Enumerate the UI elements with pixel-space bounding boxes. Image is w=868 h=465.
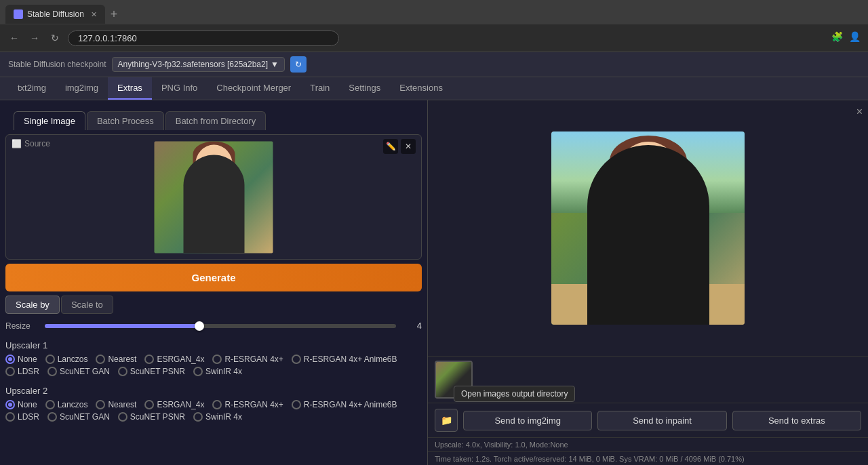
upscaler2-r-esrgan4x-anime6b-radio[interactable] (292, 400, 301, 409)
folder-tooltip: Open images output directory (454, 386, 575, 402)
back-btn[interactable]: ← (7, 33, 22, 43)
upscaler1-options-row2: LDSR ScuNET GAN ScuNET PSNR SwinIR 4x (5, 367, 422, 376)
upscaler2-esrgan4x-radio[interactable] (144, 400, 154, 409)
tab-close-btn[interactable]: ✕ (91, 10, 97, 19)
extensions-icon[interactable]: 🧩 (830, 31, 844, 45)
upscaler2-lanczos-radio[interactable] (45, 400, 55, 409)
upscaler1-swinir-4x-radio[interactable] (193, 367, 203, 376)
open-folder-btn[interactable]: 📁 (435, 409, 458, 432)
url-input[interactable]: 127.0.0.1:7860 (68, 31, 339, 46)
forward-btn[interactable]: → (27, 33, 42, 43)
upscaler2-scunet-psnr-radio[interactable] (118, 412, 127, 422)
upscaler1-scunet-gan-radio[interactable] (47, 367, 57, 376)
upscaler1-swinir-4x[interactable]: SwinIR 4x (193, 367, 242, 376)
upscaler2-nearest[interactable]: Nearest (96, 400, 136, 409)
uploaded-image (155, 141, 273, 253)
new-tab-button[interactable]: + (105, 7, 123, 22)
active-tab[interactable]: Stable Diffusion ✕ (5, 5, 105, 24)
upscaler2-swinir-4x[interactable]: SwinIR 4x (193, 412, 242, 422)
sub-tab-single-image[interactable]: Single Image (14, 111, 85, 130)
upscaler1-section: Upscaler 1 None Lanczos Nearest (5, 338, 422, 379)
upscaler1-none-radio[interactable] (5, 355, 15, 364)
generate-button[interactable]: Generate (5, 264, 422, 291)
status-text: Upscale: 4.0x, Visibility: 1.0, Mode:Non… (435, 441, 568, 449)
upscaler1-none[interactable]: None (5, 355, 37, 364)
tab-pnginfo[interactable]: PNG Info (152, 77, 207, 100)
upscaler2-esrgan4x[interactable]: ESRGAN_4x (144, 400, 204, 409)
upscaler1-ldsr-label: LDSR (18, 367, 39, 376)
address-bar: ← → ↻ 127.0.0.1:7860 🧩 👤 (0, 24, 868, 52)
upscaler2-r-esrgan4x-radio[interactable] (212, 400, 222, 409)
upscaler1-scunet-gan-label: ScuNET GAN (60, 367, 110, 376)
anime-figure (183, 155, 244, 253)
checkpoint-refresh-btn[interactable]: ↻ (290, 56, 307, 73)
upscaler1-r-esrgan4x-anime6b-radio[interactable] (292, 355, 301, 364)
folder-icon: 📁 (441, 415, 452, 426)
profile-icon[interactable]: 👤 (848, 31, 861, 45)
clear-image-btn[interactable]: ✕ (401, 139, 416, 154)
tab-checkpoint-merger[interactable]: Checkpoint Merger (207, 77, 300, 100)
scale-by-tab[interactable]: Scale by (5, 296, 60, 314)
send-to-extras-btn[interactable]: Send to extras (732, 411, 861, 430)
tab-img2img[interactable]: img2img (56, 77, 108, 100)
content-area: Single Image Batch Process Batch from Di… (0, 100, 868, 465)
upscaler2-scunet-psnr[interactable]: ScuNET PSNR (118, 412, 185, 422)
tab-favicon (14, 9, 23, 19)
tab-extras[interactable]: Extras (108, 77, 152, 100)
upscaler1-scunet-psnr-radio[interactable] (118, 367, 127, 376)
edit-image-btn[interactable]: ✏️ (383, 139, 398, 154)
upscaler2-scunet-gan-radio[interactable] (47, 412, 57, 422)
scale-tabs: Scale by Scale to (5, 296, 422, 314)
upscaler2-ldsr-radio[interactable] (5, 412, 15, 422)
upscaler2-scunet-gan[interactable]: ScuNET GAN (47, 412, 110, 422)
output-anime-figure (587, 145, 709, 325)
upscaler1-lanczos[interactable]: Lanczos (45, 355, 88, 364)
upscaler1-esrgan4x-radio[interactable] (144, 355, 154, 364)
upscaler2-ldsr[interactable]: LDSR (5, 412, 39, 422)
sub-tab-batch-process[interactable]: Batch Process (87, 111, 164, 130)
upscaler1-scunet-psnr-label: ScuNET PSNR (130, 367, 185, 376)
upscaler1-r-esrgan4x-label: R-ESRGAN 4x+ (224, 355, 283, 364)
upscaler2-nearest-radio[interactable] (96, 400, 105, 409)
upscaler2-r-esrgan4x-anime6b-label: R-ESRGAN 4x+ Anime6B (304, 400, 397, 409)
scale-to-tab[interactable]: Scale to (61, 296, 113, 314)
upscaler2-r-esrgan4x[interactable]: R-ESRGAN 4x+ (212, 400, 283, 409)
resize-slider-track[interactable] (45, 324, 396, 328)
send-to-inpaint-btn[interactable]: Send to inpaint (597, 411, 726, 430)
upscaler1-scunet-gan[interactable]: ScuNET GAN (47, 367, 110, 376)
send-to-img2img-btn[interactable]: Send to img2img (463, 411, 592, 430)
upscaler1-r-esrgan4x-anime6b[interactable]: R-ESRGAN 4x+ Anime6B (292, 355, 397, 364)
upscaler1-r-esrgan4x[interactable]: R-ESRGAN 4x+ (212, 355, 283, 364)
upscaler2-esrgan4x-label: ESRGAN_4x (157, 400, 204, 409)
upscaler2-lanczos[interactable]: Lanczos (45, 400, 88, 409)
sub-tabs: Single Image Batch Process Batch from Di… (5, 106, 422, 130)
upscaler2-none-label: None (18, 400, 37, 409)
checkpoint-select[interactable]: Anything-V3-fp32.safetensors [625a2ba2] … (112, 57, 285, 72)
upscaler1-esrgan4x[interactable]: ESRGAN_4x (144, 355, 204, 364)
upscaler2-none-radio[interactable] (5, 400, 15, 409)
upscaler1-lanczos-label: Lanczos (58, 355, 88, 364)
upscaler2-lanczos-label: Lanczos (58, 400, 88, 409)
output-image (551, 132, 745, 325)
tab-train[interactable]: Train (300, 77, 339, 100)
upscaler1-nearest-label: Nearest (108, 355, 136, 364)
upscaler2-r-esrgan4x-anime6b[interactable]: R-ESRGAN 4x+ Anime6B (292, 400, 397, 409)
upscaler1-nearest[interactable]: Nearest (96, 355, 136, 364)
upscaler1-nearest-radio[interactable] (96, 355, 105, 364)
upscaler1-r-esrgan4x-radio[interactable] (212, 355, 222, 364)
image-upload-area[interactable]: ⬜ Source ✏️ ✕ (5, 134, 422, 260)
resize-slider-thumb[interactable] (195, 321, 204, 331)
upscaler1-lanczos-radio[interactable] (45, 355, 55, 364)
source-label: ⬜ Source (12, 139, 50, 148)
tab-txt2img[interactable]: txt2img (8, 77, 56, 100)
tab-settings[interactable]: Settings (339, 77, 390, 100)
upscaler1-scunet-psnr[interactable]: ScuNET PSNR (118, 367, 185, 376)
upscaler1-options-row1: None Lanczos Nearest ESRGAN_4x (5, 355, 422, 364)
tab-extensions[interactable]: Extensions (390, 77, 452, 100)
sub-tab-batch-from-directory[interactable]: Batch from Directory (165, 111, 266, 130)
upscaler1-ldsr-radio[interactable] (5, 367, 15, 376)
upscaler2-none[interactable]: None (5, 400, 37, 409)
upscaler2-swinir-4x-radio[interactable] (193, 412, 203, 422)
reload-btn[interactable]: ↻ (47, 33, 62, 43)
upscaler1-ldsr[interactable]: LDSR (5, 367, 39, 376)
